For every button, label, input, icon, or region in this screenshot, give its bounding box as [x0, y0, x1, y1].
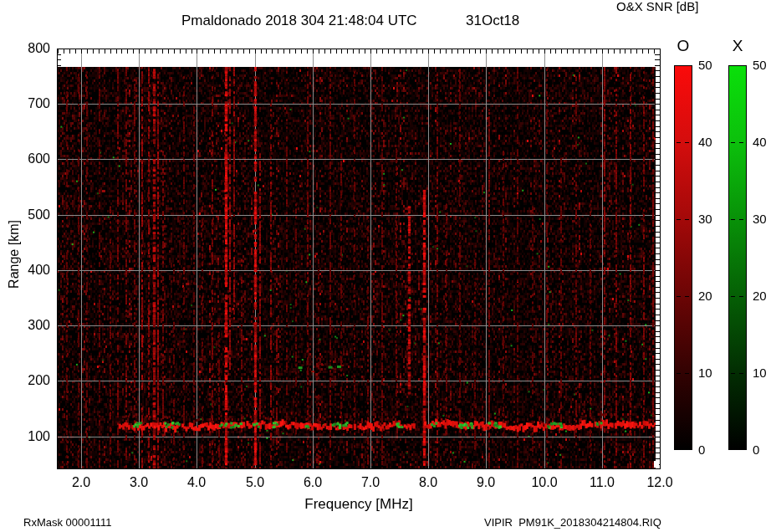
o-colorbar-tick-label: 20 [698, 289, 712, 304]
ionogram-canvas [0, 0, 771, 532]
x-tick-label: 5.0 [237, 474, 273, 491]
y-tick-label: 800 [12, 40, 50, 57]
x-tick-label: 7.0 [352, 474, 389, 491]
y-tick-label: 100 [12, 428, 50, 445]
x-tick-label: 4.0 [178, 474, 215, 491]
o-colorbar-tick-label: 40 [698, 135, 712, 150]
plot-date: 31Oct18 [466, 13, 519, 29]
o-colorbar-tick-label: 10 [698, 366, 712, 381]
x-axis-title: Frequency [MHz] [57, 496, 661, 513]
x-tick-label: 10.0 [526, 474, 563, 491]
x-tick-label: 3.0 [120, 474, 157, 491]
x-tick-label: 9.0 [467, 474, 504, 491]
colorbar-x-header: X [728, 37, 747, 55]
x-tick-label: 12.0 [641, 474, 678, 491]
x-tick-label: 8.0 [410, 474, 447, 491]
y-tick-label: 700 [12, 95, 50, 112]
file-name-label: VIPIR PM91K_2018304214804.RIQ [484, 516, 661, 529]
y-axis-title: Range [km] [7, 208, 22, 300]
x-tick-label: 11.0 [584, 474, 620, 491]
y-tick-label: 300 [12, 317, 50, 334]
o-colorbar-tick-label: 30 [698, 212, 712, 227]
y-tick-label: 600 [12, 151, 50, 167]
x-colorbar-tick-label: 10 [753, 366, 767, 381]
x-colorbar-tick-label: 20 [753, 289, 767, 304]
x-colorbar-tick-label: 30 [753, 212, 767, 227]
x-colorbar-tick-label: 0 [753, 442, 759, 458]
rx-mask-label: RxMask 00001111 [23, 516, 112, 529]
x-colorbar-tick-label: 40 [753, 135, 767, 150]
ionogram-page: Pmaldonado 2018 304 21:48:04 UTC 31Oct18… [0, 0, 771, 532]
o-colorbar-tick-label: 0 [698, 442, 705, 458]
colorbar-o-header: O [674, 37, 692, 55]
colorbar-title: O&X SNR [dB] [616, 0, 698, 13]
y-tick-label: 200 [12, 372, 50, 389]
plot-title: Pmaldonado 2018 304 21:48:04 UTC [181, 13, 417, 29]
x-colorbar-tick-label: 50 [753, 58, 767, 73]
o-colorbar-tick-label: 50 [698, 58, 712, 73]
x-tick-label: 2.0 [63, 474, 100, 491]
x-tick-label: 6.0 [294, 474, 331, 491]
